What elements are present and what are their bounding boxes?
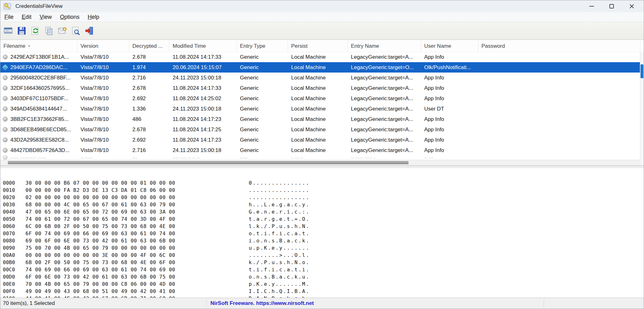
entry-name-cell: LegacyGeneric:target=A... [348,116,421,122]
horizontal-scrollbar-thumb[interactable] [8,161,408,164]
modified-time-cell: ···· ···· ·· ·· ·· [169,155,237,160]
hex-offset: 0020 [3,194,15,201]
vertical-scrollbar[interactable] [640,52,644,165]
horizontal-scrollbar[interactable] [0,160,641,165]
credentials-list: Filename ▴ Version Decrypted ... Modifie… [0,40,644,165]
table-row[interactable]: 32DF16643602576955... Vista/7/8/10 2.678… [0,83,641,93]
version-cell: Vista/7/8/10 [77,64,129,71]
window-controls [581,0,642,12]
table-row[interactable]: 48427DBD857F26A3D... Vista/7/8/10 2.716 … [0,145,641,155]
menu-bar: File Edit View Options Help [0,12,644,22]
properties-button[interactable] [57,24,68,37]
maximize-button[interactable] [602,0,622,12]
modified-time-cell: 11.08.2024 14:17:25 [169,127,237,133]
hex-bytes: 02 00 00 00 00 00 00 00 00 00 00 00 00 0… [25,194,175,201]
entry-type-cell: ····· [237,155,288,160]
hex-ascii: l.k./.P.u.s.h.N. [249,223,310,230]
column-header[interactable]: Persist [288,40,348,52]
credential-icon [3,106,8,111]
exit-button[interactable] [84,24,95,37]
table-row[interactable]: 349AD456384144647... Vista/7/8/10 1.336 … [0,104,641,114]
save-icon [17,26,26,35]
credential-icon [3,75,8,80]
menu-item[interactable]: Edit [18,14,36,20]
decrypted-cell: 2.678 [129,85,169,91]
version-cell: Vista/7/8/10 [77,127,129,133]
hex-line: 0030 68 00 00 00 4C 00 65 00 67 00 61 00… [0,201,644,208]
hex-ascii: u.p.K.e.y....... [249,244,310,252]
modified-time-cell: 11.08.2024 14:17:33 [169,54,237,60]
hex-bytes: 68 00 00 00 4C 00 65 00 67 00 61 00 63 0… [25,201,175,208]
exit-icon [85,26,94,35]
column-header-label: Decrypted ... [132,43,163,49]
modified-time-cell: 11.08.2024 14:17:23 [169,116,237,122]
entry-type-cell: Generic [237,127,288,133]
panel-splitter[interactable] [0,165,644,168]
copy-button[interactable] [43,24,54,37]
credential-icon [3,148,8,153]
persist-cell: Local Machine [288,64,348,71]
open-target-button[interactable] [3,24,14,37]
table-row[interactable]: 3403DF67C11075BDF... Vista/7/8/10 2.692 … [0,93,641,104]
hex-line: 0000 30 00 00 00 B6 07 00 00 00 00 00 00… [0,179,644,187]
status-divider [206,299,207,307]
status-divider [544,299,544,307]
column-header[interactable]: Version [77,40,129,52]
minimize-button[interactable] [581,0,602,12]
table-row[interactable]: 2940EFA7AD286DAC... Vista/7/8/10 1.974 2… [0,62,641,73]
menu-item[interactable]: Help [84,14,103,20]
table-row[interactable]: 3D68EEB498E6ECD85... Vista/7/8/10 2.678 … [0,124,641,135]
entry-type-cell: Generic [237,147,288,154]
user-name-cell: App Info [421,147,478,154]
column-header[interactable]: Entry Name [348,40,421,52]
vertical-scrollbar-thumb[interactable] [641,64,643,78]
column-header[interactable]: Modified Time [169,40,237,52]
refresh-button[interactable] [30,24,41,37]
version-cell: ·· ····· [77,155,129,160]
version-cell: Vista/7/8/10 [77,54,129,60]
decrypted-cell: 2.716 [129,75,169,81]
save-button[interactable] [16,24,27,37]
credential-icon [2,64,8,71]
column-header[interactable]: User Name [421,40,478,52]
nirsoft-link[interactable]: NirSoft Freeware. https://www.nirsoft.ne… [210,300,314,306]
filename-cell: 3403DF67C11075BDF... [0,95,77,102]
menu-item[interactable]: Options [56,14,84,20]
filename-cell: 349AD456384144647... [0,106,77,112]
column-header[interactable]: Password [478,40,641,52]
find-button[interactable] [70,24,81,37]
copy-icon [44,26,53,35]
decrypted-cell: 2.716 [129,147,169,154]
hex-offset: 00D0 [3,273,15,280]
refresh-icon [31,26,40,35]
hex-ascii: o.t.i.f.i.c.a.t. [249,230,310,237]
hex-offset: 0040 [3,208,15,215]
table-row[interactable]: 3BB2FC1E373662F85... Vista/7/8/10 486 11… [0,114,641,124]
hex-offset: 0090 [3,244,15,252]
close-button[interactable] [622,0,642,12]
filename-cell: 3BB2FC1E373662F85... [0,116,77,122]
decrypted-cell: 486 [129,116,169,122]
hex-ascii: k./.P.u.s.h.N.o. [249,259,310,266]
credential-icon [3,138,8,142]
version-cell: Vista/7/8/10 [77,137,129,143]
column-header[interactable]: Entry Type [237,40,288,52]
table-row[interactable]: ····· ··········· ····· ·· ····· ··· ···… [0,155,641,160]
properties-icon [58,26,67,35]
menu-item[interactable]: View [36,14,56,20]
hex-bytes: 49 00 49 00 43 00 68 00 51 00 49 00 42 0… [25,288,175,295]
table-row[interactable]: 2429EA2F13B0F1B1A... Vista/7/8/10 2.678 … [0,52,641,62]
hex-offset: 0010 [3,187,15,194]
table-row[interactable]: 2956004820C2E8F8BF... Vista/7/8/10 2.716… [0,73,641,83]
hex-bytes: 74 00 69 00 66 00 69 00 63 00 61 00 74 0… [25,266,175,273]
hex-offset: 0060 [3,223,15,230]
filename-text: 48427DBD857F26A3D... [10,147,69,154]
filename-cell: ····· ··········· ····· [0,155,77,160]
table-row[interactable]: 43D2A29583EE582C8... Vista/7/8/10 2.692 … [0,135,641,145]
version-cell: Vista/7/8/10 [77,85,129,91]
menu-item[interactable]: File [0,14,18,20]
column-header[interactable]: Decrypted ... [129,40,169,52]
filename-cell: 43D2A29583EE582C8... [0,137,77,143]
hex-bytes: 47 00 65 00 6E 00 65 00 72 00 69 00 63 0… [25,208,175,215]
column-header[interactable]: Filename ▴ [0,40,77,52]
